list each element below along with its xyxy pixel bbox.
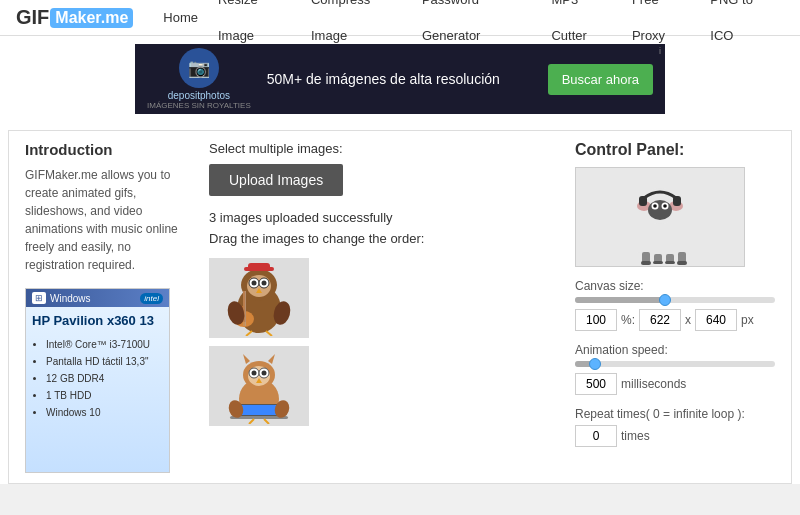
image-previews — [209, 258, 551, 426]
content-area: Introduction GIFMaker.me allows you to c… — [8, 130, 792, 484]
spec-2: 12 GB DDR4 — [46, 370, 163, 387]
repeat-times-section: Repeat times( 0 = infinite loop ): times — [575, 407, 775, 447]
spec-1: Pantalla HD táctil 13,3" — [46, 353, 163, 370]
canvas-percent-input[interactable] — [575, 309, 617, 331]
speed-value-input[interactable] — [575, 373, 617, 395]
svg-point-55 — [686, 222, 702, 238]
svg-marker-23 — [268, 354, 275, 364]
repeat-unit: times — [621, 429, 650, 443]
middle-panel: Select multiple images: Upload Images 3 … — [201, 141, 559, 473]
ad-cta-button[interactable]: Buscar ahora — [548, 64, 653, 95]
image-preview-2[interactable] — [209, 346, 309, 426]
sheep-preview-svg — [590, 170, 730, 265]
upload-status: 3 images uploaded successfully — [209, 210, 551, 225]
repeat-value-input[interactable] — [575, 425, 617, 447]
svg-rect-54 — [677, 261, 687, 265]
svg-rect-53 — [665, 261, 675, 264]
svg-point-7 — [252, 280, 257, 285]
intro-title: Introduction — [25, 141, 185, 158]
speed-slider[interactable] — [575, 361, 775, 367]
canvas-width-input[interactable] — [639, 309, 681, 331]
svg-point-40 — [648, 200, 672, 220]
svg-point-27 — [262, 370, 267, 375]
nav-png-to-ico[interactable]: PNG to ICO — [700, 0, 784, 54]
side-ad-os: Windows — [50, 293, 91, 304]
svg-line-35 — [264, 419, 269, 424]
canvas-height-input[interactable] — [695, 309, 737, 331]
ad-info-icon: i — [659, 46, 661, 56]
speed-inputs: milliseconds — [575, 373, 775, 395]
canvas-x-unit: x — [685, 313, 691, 327]
svg-line-17 — [246, 331, 252, 336]
canvas-px-unit: px — [741, 313, 754, 327]
svg-rect-45 — [639, 196, 647, 206]
side-ad-body: HP Pavilion x360 13 Intel® Core™ i3-7100… — [26, 307, 169, 427]
ad-logo: 📷 depositphotos IMÁGENES SIN ROYALTIES — [147, 48, 251, 110]
control-preview — [575, 167, 745, 267]
repeat-label: Repeat times( 0 = infinite loop ): — [575, 407, 775, 421]
ad-logo-sub: IMÁGENES SIN ROYALTIES — [147, 101, 251, 110]
right-panel: Control Panel: — [575, 141, 775, 473]
canvas-size-inputs: %: x px — [575, 309, 775, 331]
logo-maker-text: Maker.me — [50, 8, 133, 28]
canvas-slider-fill — [575, 297, 665, 303]
svg-point-26 — [252, 370, 257, 375]
animation-speed-section: Animation speed: milliseconds — [575, 343, 775, 395]
svg-rect-52 — [653, 261, 663, 264]
upload-images-button[interactable]: Upload Images — [209, 164, 343, 196]
header: GIF Maker.me Home Resize Image Compress … — [0, 0, 800, 36]
svg-rect-4 — [248, 263, 270, 271]
canvas-size-slider[interactable] — [575, 297, 775, 303]
nav-home[interactable]: Home — [153, 0, 208, 36]
main-container: GIF Maker.me Home Resize Image Compress … — [0, 0, 800, 484]
spec-0: Intel® Core™ i3-7100U — [46, 336, 163, 353]
spec-4: Windows 10 — [46, 404, 163, 421]
intro-text: GIFMaker.me allows you to create animate… — [25, 166, 185, 274]
side-ad: ⊞ Windows intel HP Pavilion x360 13 Inte… — [25, 288, 170, 473]
intel-badge: intel — [140, 293, 163, 304]
side-ad-header: ⊞ Windows intel — [26, 289, 169, 307]
left-panel: Introduction GIFMaker.me allows you to c… — [25, 141, 185, 473]
svg-line-18 — [266, 331, 272, 336]
spec-3: 1 TB HDD — [46, 387, 163, 404]
ad-center: 50M+ de imágenes de alta resolución — [267, 71, 532, 87]
canvas-percent-unit: %: — [621, 313, 635, 327]
owl-laptop-svg — [214, 349, 304, 424]
drag-instruction: Drag the images to change the order: — [209, 231, 551, 246]
control-panel-title: Control Panel: — [575, 141, 775, 159]
svg-rect-51 — [641, 261, 651, 265]
svg-rect-46 — [673, 196, 681, 206]
speed-label: Animation speed: — [575, 343, 775, 357]
side-ad-specs: Intel® Core™ i3-7100U Pantalla HD táctil… — [32, 336, 163, 421]
ad-logo-icon: 📷 — [179, 48, 219, 88]
canvas-size-label: Canvas size: — [575, 279, 775, 293]
image-preview-1[interactable] — [209, 258, 309, 338]
repeat-inputs: times — [575, 425, 775, 447]
ad-logo-name: depositphotos — [168, 90, 230, 101]
logo[interactable]: GIF Maker.me — [16, 6, 133, 29]
side-ad-product: HP Pavilion x360 13 — [32, 313, 163, 330]
svg-line-34 — [249, 419, 254, 424]
speed-slider-thumb[interactable] — [589, 358, 601, 370]
windows-logo: ⊞ — [32, 292, 46, 304]
canvas-size-section: Canvas size: %: x px — [575, 279, 775, 331]
svg-point-8 — [262, 280, 267, 285]
svg-point-44 — [663, 204, 667, 208]
owl-guitar-svg — [214, 261, 304, 336]
logo-gif-text: GIF — [16, 6, 49, 29]
ad-box[interactable]: 📷 depositphotos IMÁGENES SIN ROYALTIES 5… — [135, 44, 665, 114]
ad-headline: 50M+ de imágenes de alta resolución — [267, 71, 532, 87]
speed-unit: milliseconds — [621, 377, 686, 391]
svg-marker-22 — [243, 354, 250, 364]
svg-point-43 — [653, 204, 657, 208]
select-label: Select multiple images: — [209, 141, 551, 156]
canvas-slider-thumb[interactable] — [659, 294, 671, 306]
